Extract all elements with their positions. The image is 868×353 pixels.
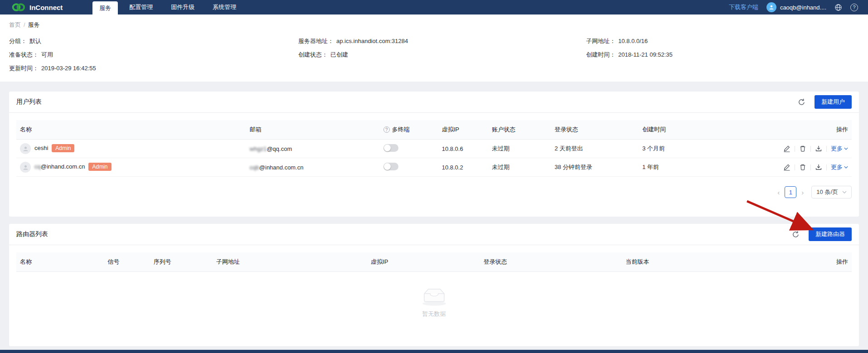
col-subnet: 子网地址 [213, 252, 367, 272]
edit-icon[interactable] [783, 164, 790, 171]
download-icon[interactable] [815, 145, 822, 152]
col-name: 名称 [16, 120, 246, 140]
col-actions: 操作 [743, 120, 852, 140]
more-dropdown[interactable]: 更多 [831, 163, 848, 171]
tab-config-management[interactable]: 配置管理 [122, 0, 160, 15]
refresh-icon [792, 231, 800, 238]
tab-firmware-upgrade[interactable]: 固件升级 [164, 0, 201, 15]
new-user-button[interactable]: 新建用户 [815, 95, 852, 109]
virtual-ip-cell: 10.8.0.6 [438, 140, 489, 158]
user-list-card: 用户列表 新建用户 名称 邮箱 [9, 92, 859, 217]
router-list-card: 路由器列表 新建路由器 名称 信号 [9, 224, 859, 346]
empty-box-icon [418, 285, 451, 306]
inconnect-logo-icon [12, 3, 25, 12]
edit-icon[interactable] [783, 145, 790, 152]
brand[interactable]: InConnect [12, 0, 63, 15]
user-menu[interactable]: caoqb@inhand.... [766, 2, 826, 12]
prev-page-button[interactable]: ‹ [776, 189, 781, 196]
server-info-section: 首页/服务 分组：默认 准备状态：可用 更新时间：2019-03-29 16:4… [0, 15, 868, 82]
col-login-status: 登录状态 [480, 252, 622, 272]
router-table: 名称 信号 序列号 子网地址 虚拟IP 登录状态 当前版本 操作 [16, 252, 852, 272]
info-subnet-address: 子网地址：10.8.0.0/16 [586, 34, 859, 48]
pagination: ‹ 1 › 10 条/页 [16, 186, 852, 198]
col-multi-terminal: ?多终端 [380, 120, 438, 140]
refresh-icon [798, 98, 805, 106]
user-list-body: 名称 邮箱 ?多终端 虚拟IP 账户状态 登录状态 创建时间 操作 [9, 113, 859, 217]
user-table: 名称 邮箱 ?多终端 虚拟IP 账户状态 登录状态 创建时间 操作 [16, 120, 852, 177]
login-status-cell: 38 分钟前登录 [551, 158, 639, 177]
col-name: 名称 [16, 252, 104, 272]
user-email-cell: cqb@inhand.com.cn [246, 158, 380, 177]
virtual-ip-cell: 10.8.0.2 [438, 158, 489, 177]
next-page-button[interactable]: › [800, 189, 805, 196]
refresh-routers-button[interactable] [792, 231, 800, 238]
user-email-cell: whgz1@qq.com [246, 140, 380, 158]
person-icon [22, 145, 29, 152]
help-icon[interactable]: ? [850, 4, 858, 11]
page-size-select[interactable]: 10 条/页 [811, 186, 852, 198]
user-table-header-row: 名称 邮箱 ?多终端 虚拟IP 账户状态 登录状态 创建时间 操作 [16, 120, 852, 140]
login-status-cell: 2 天前登出 [551, 140, 639, 158]
multi-terminal-toggle[interactable] [383, 163, 398, 170]
col-virtual-ip: 虚拟IP [438, 120, 489, 140]
main-nav: 服务 配置管理 固件升级 系统管理 [92, 0, 243, 15]
created-cell: 1 年前 [639, 158, 743, 177]
info-updated-time: 更新时间：2019-03-29 16:42:55 [9, 62, 298, 75]
language-globe-icon[interactable] [834, 4, 842, 11]
server-info-grid: 分组：默认 准备状态：可用 更新时间：2019-03-29 16:42:55 服… [9, 34, 859, 75]
user-avatar [766, 2, 776, 12]
delete-icon[interactable] [799, 164, 806, 171]
info-group: 分组：默认 [9, 34, 298, 48]
footer-strip [0, 350, 868, 353]
tab-system-management[interactable]: 系统管理 [206, 0, 243, 15]
account-status-cell: 未过期 [488, 140, 551, 158]
info-ready-status: 准备状态：可用 [9, 48, 298, 62]
col-login-status: 登录状态 [551, 120, 639, 140]
router-list-body: 名称 信号 序列号 子网地址 虚拟IP 登录状态 当前版本 操作 [9, 245, 859, 346]
info-created-time: 创建时间：2018-11-21 09:52:35 [586, 48, 859, 62]
empty-state: 暂无数据 [16, 272, 852, 346]
user-row: ceshiAdmin whgz1@qq.com 10.8.0.6 未过期 2 天… [16, 140, 852, 158]
help-glyph: ? [853, 5, 855, 10]
new-router-button[interactable]: 新建路由器 [809, 227, 852, 241]
router-list-title: 路由器列表 [16, 230, 48, 238]
col-signal: 信号 [104, 252, 150, 272]
chevron-down-icon [844, 166, 848, 169]
empty-text: 暂无数据 [422, 310, 446, 318]
person-icon [768, 4, 775, 10]
navbar-right: 下载客户端 caoqb@inhand.... ? [729, 0, 858, 15]
top-navbar: InConnect 服务 配置管理 固件升级 系统管理 下载客户端 caoqb@… [0, 0, 868, 15]
user-name-cell: ceshiAdmin [16, 140, 246, 158]
breadcrumb-current: 服务 [28, 21, 40, 28]
user-name-cell: cq@inhand.com.cnAdmin [16, 158, 246, 177]
router-list-header: 路由器列表 新建路由器 [9, 224, 859, 245]
user-row: cq@inhand.com.cnAdmin cqb@inhand.com.cn … [16, 158, 852, 177]
col-actions: 操作 [768, 252, 852, 272]
download-icon[interactable] [815, 164, 822, 171]
avatar [20, 162, 31, 173]
created-cell: 3 个月前 [639, 140, 743, 158]
user-list-title: 用户列表 [16, 98, 42, 106]
col-current-version: 当前版本 [622, 252, 768, 272]
router-table-header-row: 名称 信号 序列号 子网地址 虚拟IP 登录状态 当前版本 操作 [16, 252, 852, 272]
chevron-down-icon [842, 191, 847, 193]
info-create-status: 创建状态：已创建 [298, 48, 586, 62]
user-list-header: 用户列表 新建用户 [9, 92, 859, 113]
tab-services[interactable]: 服务 [92, 1, 118, 15]
col-virtual-ip: 虚拟IP [367, 252, 480, 272]
refresh-users-button[interactable] [798, 98, 805, 106]
col-created: 创建时间 [639, 120, 743, 140]
info-server-address: 服务器地址：ap.ics.inhandiot.com:31284 [298, 34, 586, 48]
breadcrumb-home[interactable]: 首页 [9, 21, 21, 28]
page-number[interactable]: 1 [785, 186, 796, 198]
admin-badge: Admin [52, 144, 74, 152]
more-dropdown[interactable]: 更多 [831, 145, 848, 153]
col-email: 邮箱 [246, 120, 380, 140]
download-client-link[interactable]: 下载客户端 [729, 3, 758, 11]
brand-name: InConnect [29, 4, 63, 11]
col-account-status: 账户状态 [488, 120, 551, 140]
delete-icon[interactable] [799, 145, 806, 152]
question-circle-icon: ? [383, 126, 390, 133]
multi-terminal-toggle[interactable] [383, 144, 398, 152]
info-col-3: 子网地址：10.8.0.0/16 创建时间：2018-11-21 09:52:3… [586, 34, 859, 75]
